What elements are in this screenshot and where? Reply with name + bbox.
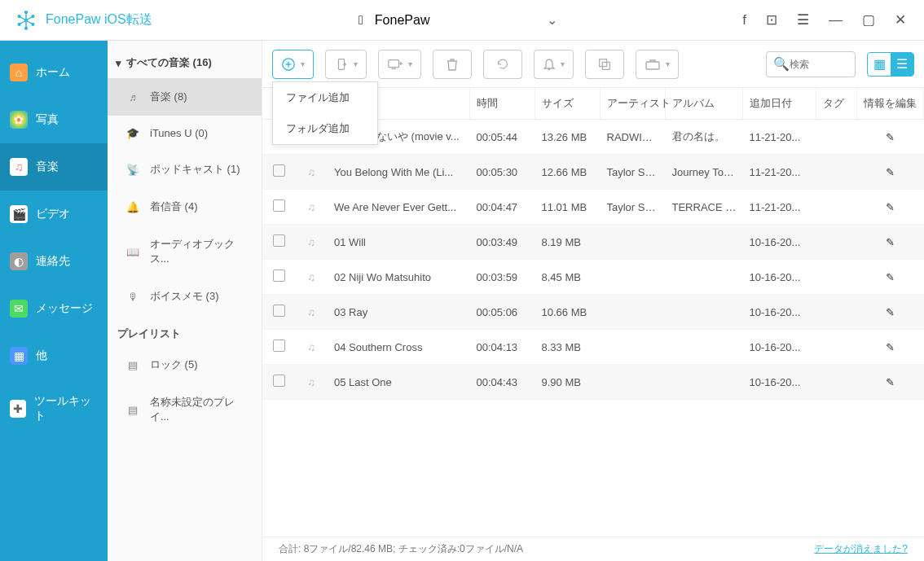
edit-pen-icon[interactable]: ✎ (886, 201, 895, 213)
search-input[interactable] (790, 59, 847, 70)
chevron-down-icon: ▾ (666, 59, 670, 68)
checkbox-icon[interactable] (273, 234, 285, 247)
export-to-device-button[interactable]: ▾ (325, 50, 367, 79)
refresh-button[interactable] (483, 50, 522, 79)
table-row[interactable]: ♫05 Last One00:04:439.90 MB10-16-20...✎ (262, 365, 924, 400)
col-artist[interactable]: アーティスト (601, 88, 666, 120)
track-table-wrap: 名前 時間 サイズ アーティスト アルバム 追加日付 タグ 情報を編集 ♫なんで… (262, 88, 924, 537)
checkbox-icon[interactable] (273, 305, 285, 317)
chevron-down-icon: ▾ (561, 59, 565, 68)
col-edit[interactable]: 情報を編集 (857, 88, 924, 120)
nav-music[interactable]: ♫音楽 (0, 143, 108, 191)
feedback-icon[interactable]: ⊡ (766, 11, 777, 28)
edit-pen-icon[interactable]: ✎ (886, 341, 895, 353)
edit-pen-icon[interactable]: ✎ (886, 236, 895, 248)
table-row[interactable]: ♫We Are Never Ever Gett...00:04:4711.01 … (262, 190, 924, 225)
col-size[interactable]: サイズ (535, 88, 601, 120)
table-row[interactable]: ♫01 Will00:03:498.19 MB10-16-20...✎ (262, 225, 924, 260)
voicememo-icon: 🎙 (125, 291, 140, 303)
cell-tag (816, 225, 857, 260)
cell-artist (601, 260, 666, 295)
category-item-ringtone[interactable]: 🔔着信音 (4) (108, 188, 262, 226)
minimize-button[interactable]: — (829, 12, 843, 28)
table-row[interactable]: ♫04 Southern Cross00:04:138.33 MB10-16-2… (262, 330, 924, 365)
delete-button[interactable] (433, 50, 472, 79)
category-item-audiobook[interactable]: 📖オーディオブックス... (108, 226, 262, 278)
cell-album (666, 330, 743, 365)
edit-pen-icon[interactable]: ✎ (886, 271, 895, 283)
search-box[interactable]: 🔍 (766, 51, 856, 77)
cell-album: 君の名は。 (666, 120, 743, 155)
edit-pen-icon[interactable]: ✎ (886, 131, 895, 143)
nav-toolkit[interactable]: ✚ツールキット (0, 379, 108, 438)
message-icon: ✉ (10, 300, 28, 318)
cell-tag (816, 365, 857, 400)
checkbox-icon[interactable] (273, 270, 285, 282)
footer-link[interactable]: データが消えました? (814, 542, 908, 556)
add-file-menuitem[interactable]: ファイル追加 (273, 82, 377, 113)
export-to-pc-button[interactable]: ▾ (378, 50, 421, 79)
checkbox-icon[interactable] (273, 199, 285, 212)
col-date[interactable]: 追加日付 (743, 88, 816, 120)
cell-time: 00:04:47 (470, 190, 535, 225)
edit-pen-icon[interactable]: ✎ (886, 376, 895, 388)
col-time[interactable]: 時間 (470, 88, 535, 120)
cell-time: 00:05:44 (470, 120, 535, 155)
nav-toolkit-label: ツールキット (34, 394, 98, 423)
device-selector[interactable]:  FonePaw ⌄ (359, 12, 557, 28)
dedup-button[interactable] (585, 50, 624, 79)
menu-icon[interactable]: ☰ (797, 11, 809, 28)
chevron-down-icon: ▾ (408, 59, 412, 68)
add-button[interactable]: ▾ (272, 50, 314, 79)
checkbox-icon[interactable] (273, 375, 285, 387)
category-label: 着信音 (4) (150, 199, 198, 214)
table-row[interactable]: ♫03 Ray00:05:0610.66 MB10-16-20...✎ (262, 295, 924, 330)
cell-name: 01 Will (328, 225, 470, 260)
close-button[interactable]: ✕ (895, 11, 906, 28)
edit-pen-icon[interactable]: ✎ (886, 306, 895, 318)
playlist-item-rock[interactable]: ▤ロック (5) (108, 346, 262, 383)
music-icon: ♫ (10, 158, 28, 176)
contacts-icon: ◐ (10, 252, 28, 270)
footer-summary: 合計: 8ファイル/82.46 MB; チェック済み:0ファイル/N/A (279, 542, 523, 556)
edit-pen-icon[interactable]: ✎ (886, 166, 895, 178)
music-note-icon: ♫ (295, 260, 328, 295)
main-area: ▾ ▾ ▾ ▾ (262, 41, 924, 561)
table-row[interactable]: ♫02 Niji Wo Matsuhito00:03:598.45 MB10-1… (262, 260, 924, 295)
cell-artist (601, 225, 666, 260)
home-icon: ⌂ (10, 64, 28, 81)
category-item-itunesu[interactable]: 🎓iTunes U (0) (108, 116, 262, 151)
nav-video[interactable]: 🎬ビデオ (0, 191, 108, 238)
checkbox-icon[interactable] (273, 340, 285, 352)
category-header[interactable]: ▾すべての音楽 (16) (108, 47, 262, 78)
list-view-button[interactable]: ☰ (891, 53, 913, 76)
playlist-item-untitled[interactable]: ▤名称未設定のプレイ... (108, 383, 262, 436)
ringtone-button[interactable]: ▾ (534, 50, 574, 79)
cell-time: 00:04:13 (470, 330, 535, 365)
cell-name: 05 Last One (328, 365, 470, 400)
col-tag[interactable]: タグ (816, 88, 857, 120)
nav-photos[interactable]: ✿写真 (0, 96, 108, 143)
nav-other[interactable]: ▦他 (0, 332, 108, 379)
nav-contacts[interactable]: ◐連絡先 (0, 238, 108, 285)
add-folder-menuitem[interactable]: フォルダ追加 (273, 113, 377, 144)
bell-icon: 🔔 (125, 201, 140, 213)
checkbox-icon[interactable] (273, 164, 285, 177)
maximize-button[interactable]: ▢ (862, 11, 875, 28)
cell-date: 11-21-20... (743, 190, 816, 225)
table-row[interactable]: ♫You Belong With Me (Li...00:05:3012.66 … (262, 155, 924, 190)
facebook-icon[interactable]: f (742, 12, 746, 28)
playlist-icon: ▤ (125, 404, 140, 416)
col-album[interactable]: アルバム (666, 88, 743, 120)
category-item-voicememo[interactable]: 🎙ボイスメモ (3) (108, 278, 262, 315)
nav-messages[interactable]: ✉メッセージ (0, 285, 108, 332)
toolbox-button[interactable]: ▾ (636, 50, 679, 79)
plus-circle-icon (281, 57, 296, 72)
cell-date: 11-21-20... (743, 155, 816, 190)
podcast-icon: 📡 (125, 164, 140, 176)
category-item-music[interactable]: ♬音楽 (8) (108, 78, 262, 116)
grid-view-button[interactable]: ▦ (868, 53, 891, 76)
nav-home[interactable]: ⌂ホーム (0, 49, 108, 96)
cell-date: 10-16-20... (743, 260, 816, 295)
category-item-podcast[interactable]: 📡ポッドキャスト (1) (108, 151, 262, 188)
